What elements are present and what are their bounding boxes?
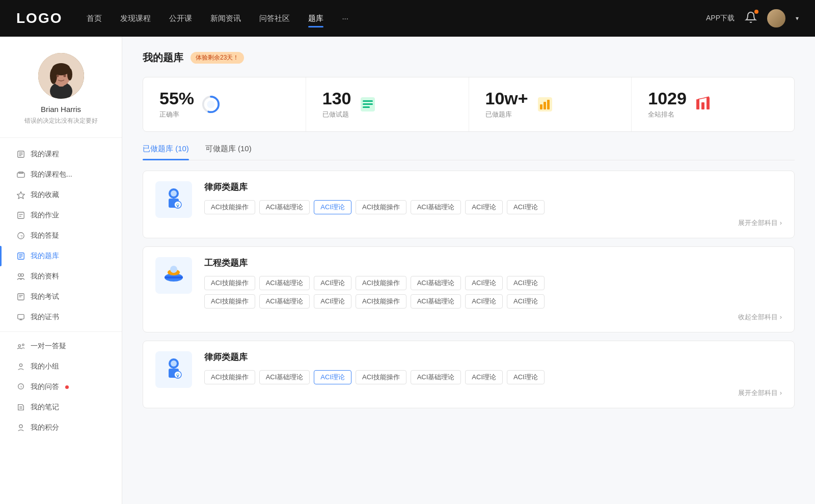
sidebar-label-my-courses: 我的课程 [31, 150, 59, 159]
tag-0[interactable]: ACI技能操作 [204, 200, 255, 214]
l2-tag-0[interactable]: ACI技能操作 [204, 370, 255, 384]
qbank-lawyer-1-expand[interactable]: 展开全部科目 › [204, 218, 782, 228]
eng-tag-r2-0[interactable]: ACI技能操作 [204, 294, 255, 309]
stat-accuracy-value: 55% [159, 90, 194, 107]
sidebar-item-materials[interactable]: 我的资料 [0, 266, 122, 287]
sidebar-username: Brian Harris [41, 105, 81, 114]
svg-point-63 [170, 266, 177, 273]
eng-tag-r2-3[interactable]: ACI技能操作 [356, 294, 406, 309]
sidebar-divider [0, 331, 122, 332]
nav-qbank[interactable]: 题库 [308, 12, 323, 25]
stat-done-questions-label: 已做试题 [322, 110, 351, 119]
sidebar-item-question-bank[interactable]: 我的题库 [0, 246, 122, 266]
page-title: 我的题库 [143, 51, 183, 65]
sidebar-label-materials: 我的资料 [31, 272, 59, 281]
favorites-icon [16, 190, 25, 200]
eng-tag-6[interactable]: ACI理论 [507, 276, 545, 290]
accuracy-icon [201, 95, 221, 114]
sidebar-item-homework[interactable]: 我的作业 [0, 205, 122, 226]
tab-done[interactable]: 已做题库 (10) [143, 144, 189, 160]
tabs-bar: 已做题库 (10) 可做题库 (10) [143, 144, 795, 160]
points-icon [16, 423, 25, 432]
eng-tag-2[interactable]: ACI理论 [314, 276, 351, 290]
tab-available[interactable]: 可做题库 (10) [205, 144, 252, 160]
homework-icon [16, 211, 25, 220]
qbank-lawyer-2-tags: ACI技能操作 ACI基础理论 ACI理论 ACI技能操作 ACI基础理论 AC… [204, 370, 782, 384]
l2-tag-1[interactable]: ACI基础理论 [259, 370, 310, 384]
sidebar-item-points[interactable]: 我的积分 [0, 417, 122, 438]
sidebar-label-my-qa: 我的问答 [31, 382, 59, 391]
svg-rect-54 [707, 97, 710, 109]
app-download[interactable]: APP下载 [706, 14, 735, 23]
l2-tag-6[interactable]: ACI理论 [507, 370, 545, 384]
eng-tag-r2-4[interactable]: ACI基础理论 [411, 294, 461, 309]
sidebar-item-certificates[interactable]: 我的证书 [0, 307, 122, 327]
nav-news[interactable]: 新闻资讯 [210, 12, 241, 25]
nav-home[interactable]: 首页 [87, 12, 102, 25]
eng-tag-0[interactable]: ACI技能操作 [204, 276, 255, 290]
eng-tag-5[interactable]: ACI理论 [465, 276, 503, 290]
qbank-engineer-1-collapse[interactable]: 收起全部科目 › [204, 313, 782, 322]
tag-3[interactable]: ACI技能操作 [356, 200, 406, 214]
main-content: 我的题库 体验剩余23天！ 55% 正确率 [122, 37, 815, 504]
tag-6[interactable]: ACI理论 [507, 200, 545, 214]
tag-2[interactable]: ACI理论 [314, 200, 351, 214]
eng-tag-r2-6[interactable]: ACI理论 [507, 294, 545, 309]
qa-badge [65, 385, 69, 389]
tag-5[interactable]: ACI理论 [465, 200, 503, 214]
svg-point-8 [63, 75, 66, 77]
l2-tag-2[interactable]: ACI理论 [314, 370, 351, 384]
notification-badge [754, 10, 758, 14]
stat-done-banks: 10w+ 已做题库 [469, 77, 632, 131]
eng-tag-3[interactable]: ACI技能操作 [356, 276, 406, 290]
tag-1[interactable]: ACI基础理论 [259, 200, 310, 214]
page-layout: Brian Harris 错误的决定比没有决定要好 我的课程 我的课程包... [0, 37, 815, 504]
stat-rank-label: 全站排名 [648, 110, 687, 119]
sidebar-item-exams[interactable]: 我的考试 [0, 287, 122, 307]
sidebar-item-groups[interactable]: 我的小组 [0, 356, 122, 377]
l2-tag-3[interactable]: ACI技能操作 [356, 370, 406, 384]
stat-done-questions: 130 已做试题 [306, 77, 469, 131]
eng-tag-4[interactable]: ACI基础理论 [411, 276, 461, 290]
user-dropdown-arrow[interactable]: ▾ [796, 15, 799, 22]
svg-point-6 [67, 68, 72, 80]
svg-point-35 [19, 364, 22, 367]
qbank-lawyer-icon-wrap [155, 181, 192, 218]
nav-qa[interactable]: 问答社区 [259, 12, 290, 25]
nav-discover[interactable]: 发现课程 [120, 12, 151, 25]
l2-tag-5[interactable]: ACI理论 [465, 370, 503, 384]
sidebar-item-notes[interactable]: 我的笔记 [0, 397, 122, 417]
sidebar-item-answers[interactable]: ? 我的答疑 [0, 226, 122, 246]
qbank-lawyer-2-expand[interactable]: 展开全部科目 › [204, 388, 782, 398]
tag-4[interactable]: ACI基础理论 [411, 200, 461, 214]
stat-rank-text: 1029 全站排名 [648, 90, 687, 119]
eng-tag-r2-5[interactable]: ACI理论 [465, 294, 503, 309]
notification-bell[interactable] [745, 11, 757, 25]
qbank-card-engineer-1: 工程类题库 ACI技能操作 ACI基础理论 ACI理论 ACI技能操作 ACI基… [143, 246, 795, 332]
sidebar-item-one-on-one[interactable]: 一对一答疑 [0, 336, 122, 356]
l2-tag-4[interactable]: ACI基础理论 [411, 370, 461, 384]
svg-rect-46 [363, 103, 373, 105]
sidebar-item-my-courses[interactable]: 我的课程 [0, 144, 122, 164]
eng-tag-r2-1[interactable]: ACI基础理论 [259, 294, 310, 309]
nav-open[interactable]: 公开课 [169, 12, 192, 25]
sidebar-item-favorites[interactable]: 我的收藏 [0, 185, 122, 205]
sidebar-label-question-bank: 我的题库 [31, 251, 59, 261]
user-avatar[interactable] [767, 9, 785, 27]
eng-tag-1[interactable]: ACI基础理论 [259, 276, 310, 290]
qbank-engineer-1-title: 工程类题库 [204, 257, 782, 269]
done-banks-icon [535, 95, 555, 114]
sidebar-item-course-packages[interactable]: 我的课程包... [0, 164, 122, 185]
svg-rect-47 [363, 106, 370, 108]
svg-point-57 [171, 190, 177, 197]
nav-more[interactable]: ··· [342, 12, 348, 25]
avatar-illustration [38, 53, 84, 99]
svg-rect-50 [544, 102, 546, 109]
stat-rank-value: 1029 [648, 90, 687, 107]
sidebar-item-my-qa[interactable]: ? 我的问答 [0, 377, 122, 397]
eng-tag-r2-2[interactable]: ACI理论 [314, 294, 351, 309]
qbank-engineer-1-tags-row1: ACI技能操作 ACI基础理论 ACI理论 ACI技能操作 ACI基础理论 AC… [204, 276, 782, 290]
svg-rect-52 [696, 99, 699, 109]
lawyer-icon [160, 186, 187, 213]
qbank-lawyer-1-body: 律师类题库 ACI技能操作 ACI基础理论 ACI理论 ACI技能操作 ACI基… [204, 181, 782, 228]
